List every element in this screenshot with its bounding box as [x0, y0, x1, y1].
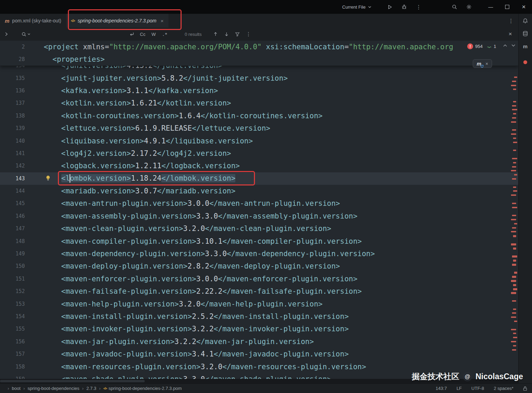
code-line-145[interactable]: 145 <maven-antrun-plugin.version>3.0.0</…	[0, 197, 518, 210]
code-line-139[interactable]: 139 <lettuce.version>6.1.9.RELEASE</lett…	[0, 122, 518, 134]
line-number[interactable]: 154	[0, 313, 33, 320]
breadcrumb-item[interactable]: boot	[12, 386, 20, 391]
previous-error-icon[interactable]	[503, 44, 507, 47]
code-line-148[interactable]: 148 <maven-compiler-plugin.version>3.10.…	[0, 235, 518, 247]
line-number[interactable]: 135	[0, 75, 33, 81]
tab-pom-xml[interactable]: m pom.xml (sky-take-out)	[0, 14, 66, 28]
run-icon[interactable]	[382, 0, 397, 14]
line-number[interactable]: 136	[0, 88, 33, 94]
minimize-button[interactable]: —	[482, 0, 499, 14]
line-number[interactable]: 145	[0, 200, 33, 206]
maximize-button[interactable]	[499, 0, 515, 14]
line-number[interactable]: 155	[0, 326, 33, 332]
code-line-155[interactable]: 155 <maven-invoker-plugin.version>3.2.2<…	[0, 323, 518, 335]
code-editor[interactable]: 134 <junit.version>4.13.2</junit.version…	[0, 41, 518, 383]
caret-position[interactable]: 143:7	[436, 386, 447, 391]
more-actions-icon[interactable]: ⋮	[411, 0, 426, 14]
code-line-153[interactable]: 153 <maven-help-plugin.version>3.2.0</ma…	[0, 298, 518, 310]
regex-toggle[interactable]: .*	[159, 30, 170, 39]
code-line-135[interactable]: 135 <junit-jupiter.version>5.8.2</junit-…	[0, 72, 518, 84]
line-number[interactable]: 149	[0, 251, 33, 257]
code-line-147[interactable]: 147 <maven-clean-plugin.version>3.2.0</m…	[0, 222, 518, 235]
line-number[interactable]: 152	[0, 288, 33, 294]
inspections-widget[interactable]: ! 954 1	[467, 43, 496, 49]
code-line-140[interactable]: 140 <liquibase.version>4.9.1</liquibase.…	[0, 134, 518, 147]
line-number[interactable]: 143	[0, 175, 33, 182]
line-number[interactable]: 157	[0, 351, 33, 357]
code-line-152[interactable]: 152 <maven-failsafe-plugin.version>2.22.…	[0, 285, 518, 298]
line-separator[interactable]: LF	[457, 386, 462, 391]
code-line-154[interactable]: 154 <maven-install-plugin.version>2.5.2<…	[0, 310, 518, 323]
error-stripe[interactable]	[511, 41, 518, 383]
code-line-142[interactable]: 142 <logback.version>1.2.11</logback.ver…	[0, 160, 518, 172]
debug-icon[interactable]	[397, 0, 411, 14]
tab-spring-boot-dependencies-pom[interactable]: </> spring-boot-dependencies-2.7.3.pom ×	[66, 14, 168, 28]
line-number[interactable]: 141	[0, 150, 33, 157]
line-number[interactable]: 148	[0, 238, 33, 244]
lightbulb-icon[interactable]	[45, 175, 51, 182]
code-line-136[interactable]: 136 <kafka.version>3.1.1</kafka.version>	[0, 84, 518, 97]
line-number[interactable]: 146	[0, 213, 33, 219]
line-number[interactable]: 153	[0, 301, 33, 307]
line-number[interactable]: 140	[0, 138, 33, 144]
search-options-icon[interactable]	[21, 32, 30, 37]
line-number[interactable]: 139	[0, 125, 33, 131]
run-config-selector[interactable]: Current File	[337, 4, 376, 10]
pinned-line-28[interactable]: 28 <properties>	[0, 53, 518, 66]
code-line-137[interactable]: 137 <kotlin.version>1.6.21</kotlin.versi…	[0, 97, 518, 109]
notifications-icon[interactable]	[522, 18, 528, 24]
code-line-144[interactable]: 144 <mariadb.version>3.0.7</mariadb.vers…	[0, 185, 518, 197]
line-number[interactable]: 144	[0, 188, 33, 194]
database-icon[interactable]	[522, 31, 528, 37]
next-error-icon[interactable]	[511, 44, 515, 47]
indent-style[interactable]: 2 spaces*	[494, 386, 513, 391]
breadcrumb-item[interactable]: </>spring-boot-dependencies-2.7.3.pom	[103, 386, 182, 391]
close-search-icon[interactable]: ×	[509, 31, 512, 38]
close-button[interactable]: ×	[515, 0, 532, 14]
code-line-141[interactable]: 141 <log4j2.version>2.17.2</log4j2.versi…	[0, 147, 518, 160]
code-line-143[interactable]: 143 <lombok.version>1.18.24</lombok.vers…	[0, 172, 518, 185]
code-line-157[interactable]: 157 <maven-javadoc-plugin.version>3.4.1<…	[0, 348, 518, 360]
filter-icon[interactable]	[232, 30, 243, 39]
line-number[interactable]: 158	[0, 364, 33, 370]
line-number[interactable]: 150	[0, 263, 33, 269]
maven-reload-popup[interactable]: m ×	[473, 59, 492, 68]
tab-close-icon[interactable]: ×	[161, 18, 164, 24]
search-everywhere-icon[interactable]	[447, 0, 462, 14]
newline-icon[interactable]	[126, 30, 137, 39]
search-more-options-icon[interactable]: ⋮	[243, 30, 254, 39]
line-number[interactable]: 138	[0, 113, 33, 119]
line-number[interactable]: 142	[0, 163, 33, 169]
code-line-149[interactable]: 149 <maven-dependency-plugin.version>3.3…	[0, 248, 518, 260]
scrollbar-thumb[interactable]	[0, 380, 145, 382]
breadcrumb-item[interactable]: 2.7.3	[86, 386, 96, 391]
code-line-156[interactable]: 156 <maven-jar-plugin.version>3.2.2</mav…	[0, 335, 518, 348]
line-number[interactable]: 137	[0, 100, 33, 106]
words-toggle[interactable]: W	[148, 30, 159, 39]
popup-close-icon[interactable]: ×	[485, 61, 488, 67]
code-line-138[interactable]: 138 <kotlin-coroutines.version>1.6.4</ko…	[0, 110, 518, 122]
pinned-line-2[interactable]: 2<project xmlns="http://maven.apache.org…	[0, 41, 518, 53]
match-case-toggle[interactable]: Cc	[137, 30, 148, 39]
code-line-146[interactable]: 146 <maven-assembly-plugin.version>3.3.0…	[0, 210, 518, 222]
breadcrumb-item[interactable]: spring-boot-dependencies	[28, 386, 79, 391]
code-line-150[interactable]: 150 <maven-deploy-plugin.version>2.8.2</…	[0, 260, 518, 272]
maven-tool-icon[interactable]: m	[523, 43, 528, 49]
tab-options-icon[interactable]: ⋮	[504, 14, 518, 28]
lock-icon[interactable]	[523, 386, 527, 391]
chevron-right-icon[interactable]	[0, 32, 12, 36]
plugin-badge-icon[interactable]	[523, 60, 527, 64]
error-stripe-mark	[513, 260, 516, 262]
file-encoding[interactable]: UTF-8	[471, 386, 484, 391]
next-occurrence-icon[interactable]	[221, 30, 232, 39]
code-line-151[interactable]: 151 <maven-enforcer-plugin.version>3.0.0…	[0, 273, 518, 285]
watermark-at-badge: @	[463, 372, 472, 381]
settings-icon[interactable]	[462, 0, 476, 14]
line-number[interactable]: 147	[0, 225, 33, 232]
error-stripe-mark	[513, 235, 516, 237]
line-number[interactable]: 151	[0, 276, 33, 282]
line-number[interactable]: 156	[0, 339, 33, 345]
search-input[interactable]	[34, 30, 126, 38]
maven-reload-icon[interactable]: m	[477, 61, 481, 67]
previous-occurrence-icon[interactable]	[210, 30, 221, 39]
